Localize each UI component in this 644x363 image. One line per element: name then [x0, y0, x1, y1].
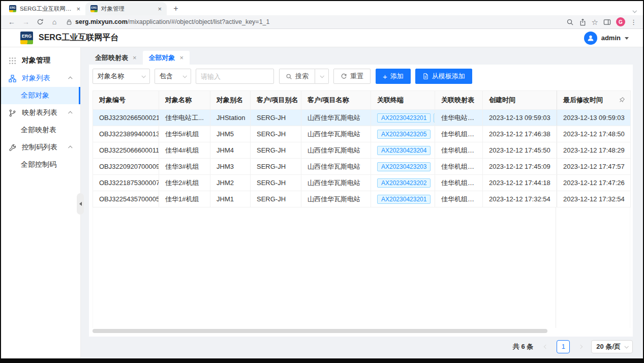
table-row[interactable]: OBJ3221875300007 佳华2#机组 JHM2 SERG-JH 山西佳…: [93, 175, 631, 191]
cell-object-name: 佳华2#机组: [159, 175, 210, 191]
cell-object-alias: JHM2: [210, 175, 251, 191]
sidebar-collapse-handle[interactable]: [77, 193, 84, 215]
back-icon[interactable]: ←: [6, 18, 17, 26]
cell-object-id: OBJ3221875300007: [93, 175, 159, 191]
cell-created-at: 2023-12-12 17:46:38: [483, 126, 557, 142]
reload-icon[interactable]: [35, 18, 46, 25]
side-panel-icon[interactable]: [603, 18, 611, 26]
tab-close-icon[interactable]: ×: [180, 54, 184, 62]
browser-profile-avatar[interactable]: G: [616, 17, 625, 26]
column-header[interactable]: 对象编号: [93, 91, 159, 110]
cell-modified-at: 2023-12-12 17:47:26: [557, 175, 631, 191]
cell-client-name: 山西佳华瓦斯电站: [301, 159, 371, 175]
tab-close-icon[interactable]: ×: [158, 6, 162, 12]
home-icon[interactable]: ⌂: [49, 18, 60, 26]
cell-object-alias: JHM3: [210, 159, 251, 175]
horizontal-scrollbar: [93, 329, 630, 333]
share-icon[interactable]: [579, 18, 587, 26]
column-header[interactable]: 客户/项目名称: [301, 91, 371, 110]
pagination: 共 6 条 1 20 条/页: [89, 337, 633, 358]
sidebar-group-object-list[interactable]: 对象列表: [1, 70, 80, 87]
table-row[interactable]: OBJ3230266500021 佳华电站工... JHStation SERG…: [93, 110, 631, 126]
cell-modified-at: 2023-12-12 17:48:29: [557, 142, 631, 159]
sidebar-item-all-mappings[interactable]: 全部映射表: [1, 122, 80, 139]
pin-icon[interactable]: [618, 97, 625, 104]
cell-client-name: 山西佳华瓦斯电站: [301, 126, 371, 142]
reset-icon: [341, 73, 347, 80]
cell-modified-at: 2023-12-12 17:47:57: [557, 159, 631, 175]
object-table: 对象编号 对象名称 对象别名 客户/项目别名 客户/项目名称 关联终端 关联映射…: [93, 90, 631, 207]
user-menu[interactable]: admin: [584, 32, 629, 45]
sidebar-item-all-control-codes[interactable]: 全部控制码: [1, 156, 80, 173]
scrollbar-thumb[interactable]: [93, 329, 547, 333]
terminal-tag[interactable]: AX20230423201: [377, 113, 431, 123]
column-header[interactable]: 关联终端: [371, 91, 435, 110]
zoom-icon[interactable]: [566, 18, 574, 26]
cell-object-alias: JHM4: [210, 142, 251, 159]
cell-client-name: 山西佳华瓦斯电站: [301, 175, 371, 191]
operator-select[interactable]: 包含: [155, 69, 191, 84]
page-number-button[interactable]: 1: [557, 340, 570, 353]
reset-button[interactable]: 重置: [333, 69, 371, 84]
content-tab-all-objects[interactable]: 全部对象 ×: [143, 51, 190, 65]
column-header[interactable]: 最后修改时间: [557, 91, 631, 110]
column-header[interactable]: 对象名称: [159, 91, 210, 110]
page-size-select[interactable]: 20 条/页: [591, 340, 633, 353]
table-row[interactable]: OBJ3220920700009 佳华3#机组 JHM3 SERG-JH 山西佳…: [93, 159, 631, 175]
terminal-tag[interactable]: AX20230423202: [377, 178, 431, 188]
star-icon[interactable]: ☆: [592, 18, 598, 26]
window-bottom-edge: [0, 358, 644, 363]
url-text: serg.mixyun.com/mixapplication/#/object/…: [75, 18, 270, 25]
cell-modified-at: 2023-12-13 09:59:03: [557, 110, 631, 126]
content-tab-bar: 全部映射表 × 全部对象 ×: [89, 51, 633, 65]
new-tab-button[interactable]: +: [170, 3, 182, 15]
column-header[interactable]: 创建时间: [483, 91, 557, 110]
branch-icon: [9, 109, 16, 117]
search-dropdown-button[interactable]: [315, 69, 329, 84]
search-button[interactable]: 搜索: [279, 69, 315, 84]
sidebar-group-control-code-list[interactable]: 控制码列表: [1, 139, 80, 156]
terminal-tag[interactable]: AX20230423205: [377, 130, 431, 139]
cell-object-name: 佳华3#机组: [159, 159, 210, 175]
object-table-body: OBJ3230266500021 佳华电站工... JHStation SERG…: [93, 110, 631, 207]
sidebar-group-mapping-list[interactable]: 映射表列表: [1, 104, 80, 122]
terminal-tag[interactable]: AX20230423201: [377, 195, 431, 204]
chevron-up-icon: [68, 111, 72, 115]
column-header[interactable]: 客户/项目别名: [251, 91, 301, 110]
browser-menu-icon[interactable]: ⋮: [630, 19, 637, 25]
column-header[interactable]: 对象别名: [210, 91, 251, 110]
table-row[interactable]: OBJ3223899400013 佳华5#机组 JHM5 SERG-JH 山西佳…: [93, 126, 631, 142]
table-row[interactable]: OBJ3225066600011 佳华4#机组 JHM4 SERG-JH 山西佳…: [93, 142, 631, 159]
terminal-tag[interactable]: AX20230423204: [377, 146, 431, 155]
cell-client-alias: SERG-JH: [251, 159, 301, 175]
cell-client-alias: SERG-JH: [251, 142, 301, 159]
cell-terminals: AX20230423201: [371, 191, 435, 207]
cell-client-alias: SERG-JH: [251, 126, 301, 142]
tab-strip-chevron-icon[interactable]: [633, 6, 636, 15]
url-domain: serg.mixyun.com: [75, 18, 128, 25]
forward-icon[interactable]: →: [20, 18, 32, 26]
filter-value-input[interactable]: [196, 69, 274, 84]
table-row[interactable]: OBJ3225435700005 佳华1#机组 JHM1 SERG-JH 山西佳…: [93, 191, 631, 207]
cell-mapping-table: 佳华机组监控: [435, 175, 483, 191]
content-tab-all-mappings[interactable]: 全部映射表 ×: [89, 51, 143, 65]
chevron-up-icon: [68, 76, 72, 80]
prev-page-button[interactable]: [539, 340, 553, 353]
add-from-template-button[interactable]: 从模板添加: [415, 69, 472, 84]
browser-tab-object-management[interactable]: ERG 对象管理 ×: [85, 2, 167, 15]
cell-object-alias: JHStation: [210, 110, 251, 126]
tab-close-icon[interactable]: ×: [76, 6, 80, 12]
field-select[interactable]: 对象名称: [93, 69, 150, 84]
browser-tab-platform[interactable]: ERG SERG工业互联网平台 ×: [4, 2, 85, 15]
next-page-button[interactable]: [574, 340, 587, 353]
user-name: admin: [601, 34, 621, 42]
cell-mapping-table: 佳华机组监控: [435, 142, 483, 159]
address-bar[interactable]: serg.mixyun.com/mixapplication/#/object/…: [63, 18, 563, 25]
tab-close-icon[interactable]: ×: [133, 54, 137, 62]
column-header[interactable]: 关联映射表: [435, 91, 483, 110]
add-button[interactable]: + 添加: [376, 69, 411, 84]
terminal-tag[interactable]: AX20230423203: [377, 162, 431, 171]
search-icon: [286, 73, 292, 80]
cell-client-alias: SERG-JH: [251, 191, 301, 207]
sidebar-item-all-objects[interactable]: 全部对象: [1, 87, 80, 104]
